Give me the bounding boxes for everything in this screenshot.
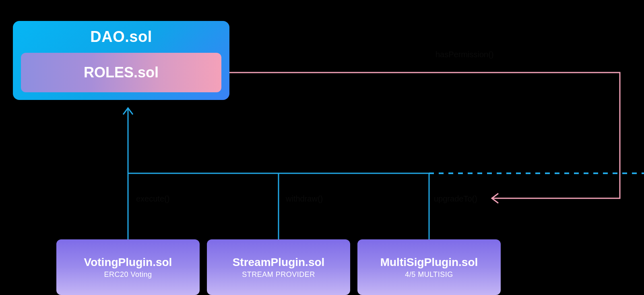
stream-plugin-title: StreamPlugin.sol [233,256,325,269]
multisig-plugin-box: MultiSigPlugin.sol 4/5 MULTISIG [357,239,501,295]
label-withdraw: withdraw() [286,194,323,204]
multisig-plugin-title: MultiSigPlugin.sol [380,256,478,269]
dao-title: DAO.sol [21,28,221,46]
stream-plugin-box: StreamPlugin.sol STREAM PROVIDER [207,239,350,295]
stream-plugin-subtitle: STREAM PROVIDER [242,270,315,279]
voting-plugin-title: VotingPlugin.sol [84,256,172,269]
dao-box: DAO.sol ROLES.sol [13,21,229,100]
multisig-plugin-subtitle: 4/5 MULTISIG [405,270,453,279]
voting-plugin-box: VotingPlugin.sol ERC20 Voting [56,239,200,295]
voting-plugin-subtitle: ERC20 Voting [104,270,152,279]
roles-box: ROLES.sol [21,53,221,92]
label-execute: execute() [136,194,169,204]
label-upgrade: upgradeTo() [434,194,477,204]
diagram-canvas: DAO.sol ROLES.sol VotingPlugin.sol ERC20… [0,0,644,295]
label-has-permission: hasPermission() [436,50,493,59]
roles-title: ROLES.sol [84,64,159,81]
